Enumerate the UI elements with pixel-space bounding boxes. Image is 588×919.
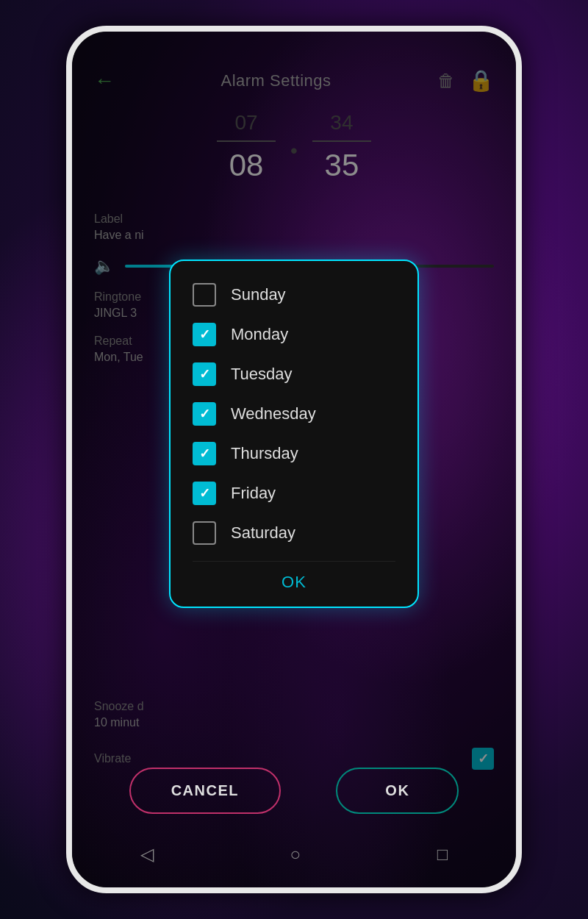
- day-checkbox-saturday[interactable]: [193, 521, 216, 545]
- day-checkbox-friday[interactable]: ✓: [193, 482, 216, 505]
- ok-button[interactable]: OK: [336, 768, 459, 814]
- day-checkbox-monday[interactable]: ✓: [193, 323, 216, 346]
- day-label-monday: Monday: [231, 325, 288, 344]
- bottom-action-buttons: CANCEL OK: [72, 768, 516, 814]
- cancel-button[interactable]: CANCEL: [129, 768, 281, 814]
- day-item-sunday[interactable]: Sunday: [193, 283, 395, 307]
- day-checkbox-wednesday[interactable]: ✓: [193, 402, 216, 426]
- day-checkbox-tuesday[interactable]: ✓: [193, 362, 216, 386]
- day-item-thursday[interactable]: ✓Thursday: [193, 442, 395, 465]
- day-label-tuesday: Tuesday: [231, 365, 293, 384]
- day-item-wednesday[interactable]: ✓Wednesday: [193, 402, 395, 426]
- dialog-ok-button[interactable]: OK: [282, 573, 306, 592]
- day-item-tuesday[interactable]: ✓Tuesday: [193, 362, 395, 386]
- nav-back-icon[interactable]: ◁: [140, 844, 154, 865]
- day-label-sunday: Sunday: [231, 285, 286, 304]
- phone-frame: ← Alarm Settings 🗑 🔒 07 08 • 34 35: [66, 26, 522, 893]
- day-item-monday[interactable]: ✓Monday: [193, 323, 395, 346]
- day-list: Sunday✓Monday✓Tuesday✓Wednesday✓Thursday…: [193, 283, 395, 545]
- day-item-friday[interactable]: ✓Friday: [193, 482, 395, 505]
- nav-recent-icon[interactable]: □: [437, 844, 448, 865]
- day-checkbox-thursday[interactable]: ✓: [193, 442, 216, 465]
- navigation-bar: ◁ ○ □: [72, 821, 516, 887]
- nav-home-icon[interactable]: ○: [290, 844, 301, 865]
- day-item-saturday[interactable]: Saturday: [193, 521, 395, 545]
- phone-screen: ← Alarm Settings 🗑 🔒 07 08 • 34 35: [72, 32, 516, 887]
- day-picker-dialog: Sunday✓Monday✓Tuesday✓Wednesday✓Thursday…: [169, 260, 419, 608]
- day-label-saturday: Saturday: [231, 523, 295, 543]
- dialog-ok-section: OK: [193, 561, 395, 592]
- day-label-wednesday: Wednesday: [231, 404, 316, 423]
- day-checkbox-sunday[interactable]: [193, 283, 216, 307]
- day-label-friday: Friday: [231, 484, 276, 503]
- day-label-thursday: Thursday: [231, 444, 298, 463]
